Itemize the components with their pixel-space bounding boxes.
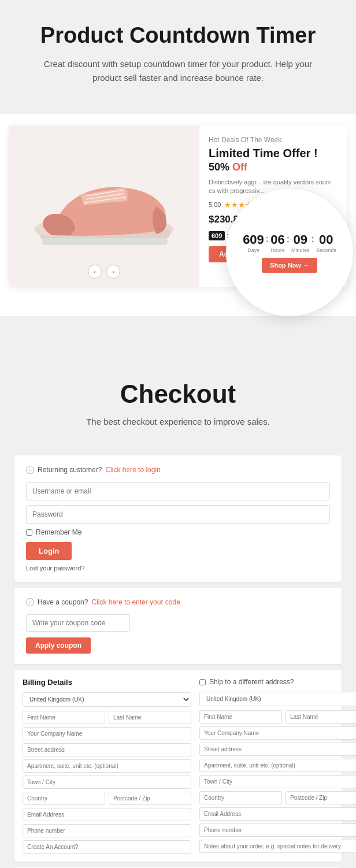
- svg-rect-4: [42, 238, 168, 245]
- apply-coupon-button[interactable]: Apply coupon: [26, 637, 91, 654]
- coupon-info-icon: i: [26, 598, 34, 606]
- info-icon: i: [26, 466, 34, 474]
- login-link[interactable]: Click here to login: [105, 466, 160, 474]
- checkout-description: The best checkout experience to improve …: [35, 417, 321, 426]
- billing-street[interactable]: [23, 743, 191, 756]
- next-arrow[interactable]: ›: [106, 265, 120, 279]
- nav-arrows: ‹ ›: [88, 265, 120, 279]
- remember-label: Remember Me: [36, 528, 81, 536]
- product-card: ‹ › Hot Deals Of The Week Limited Time O…: [9, 125, 347, 287]
- username-input[interactable]: [26, 482, 330, 500]
- billing-phone[interactable]: [23, 824, 191, 837]
- coupon-card: i Have a coupon? Click here to enter you…: [14, 588, 342, 664]
- billing-postcode[interactable]: [109, 792, 191, 805]
- shipping-company[interactable]: [199, 726, 356, 740]
- hero-section: Product Countdown Timer Creat discount w…: [0, 0, 356, 114]
- prev-arrow[interactable]: ‹: [88, 265, 102, 279]
- login-button[interactable]: Login: [26, 542, 72, 560]
- sep2: :: [287, 234, 290, 244]
- login-card: i Returning customer? Click here to logi…: [14, 455, 342, 582]
- billing-notes[interactable]: [23, 840, 191, 854]
- shipping-email[interactable]: [199, 807, 356, 821]
- billing-city[interactable]: [23, 776, 191, 789]
- minutes-number: 09: [291, 232, 310, 247]
- billing-first-name[interactable]: [23, 711, 105, 724]
- product-section: ‹ › Hot Deals Of The Week Limited Time O…: [0, 114, 356, 316]
- ship-to-different: Ship to a different address?: [199, 678, 356, 686]
- shoe-image: [17, 149, 191, 264]
- returning-label: Returning customer?: [38, 466, 102, 474]
- offer-percent: 50% Off: [209, 161, 338, 173]
- checkout-forms-section: i Returning customer? Click here to logi…: [0, 450, 356, 868]
- days-number: 609: [243, 232, 264, 247]
- billing-apt[interactable]: [23, 759, 191, 773]
- shipping-phone[interactable]: [199, 824, 356, 837]
- shipping-last-name[interactable]: [285, 710, 356, 724]
- checkout-title: Checkout: [35, 380, 321, 409]
- hours-label: Hours: [270, 247, 284, 253]
- billing-company[interactable]: [23, 727, 191, 740]
- billing-country-select[interactable]: United Kingdom (UK): [23, 692, 191, 707]
- days-label: Days: [243, 247, 264, 253]
- forgot-password-link[interactable]: Lost your password?: [26, 565, 330, 572]
- seconds-number: 00: [316, 232, 336, 247]
- minutes-unit: 09 Minutes: [291, 232, 310, 253]
- shipping-apt[interactable]: [199, 759, 356, 772]
- login-info-row: i Returning customer? Click here to logi…: [26, 466, 330, 474]
- seconds-label: Seconds: [316, 247, 336, 253]
- hot-deals-label: Hot Deals Of The Week: [209, 136, 338, 144]
- shipping-country-field[interactable]: [199, 791, 282, 804]
- offer-title: Limited Time Offer !: [209, 147, 338, 160]
- coupon-label: Have a coupon?: [38, 598, 88, 606]
- coupon-info-row: i Have a coupon? Click here to enter you…: [26, 598, 330, 606]
- gray-gap-1: [0, 316, 356, 357]
- hours-number: 06: [270, 232, 284, 247]
- product-image-wrap: ‹ ›: [9, 125, 199, 287]
- billing-country-field[interactable]: [23, 792, 105, 805]
- shipping-country-select[interactable]: United Kingdom (UK): [199, 692, 356, 706]
- days-num: 609: [209, 231, 225, 240]
- hours-unit: 06 Hours: [270, 232, 284, 253]
- coupon-input[interactable]: [26, 614, 130, 632]
- days-unit: 609 Days: [243, 232, 264, 253]
- shipping-col: Ship to a different address? United King…: [199, 678, 356, 854]
- sep3: :: [312, 234, 314, 244]
- rating-value: 5.00: [209, 201, 221, 208]
- billing-shipping-grid: Billing Details United Kingdom (UK): [23, 678, 333, 854]
- billing-title: Billing Details: [23, 678, 191, 687]
- remember-checkbox[interactable]: [26, 529, 32, 536]
- minutes-label: Minutes: [291, 247, 310, 253]
- ship-checkbox[interactable]: [199, 679, 206, 685]
- remember-me-row: Remember Me: [26, 528, 330, 536]
- coupon-link[interactable]: Click here to enter your code: [91, 598, 180, 606]
- ship-label: Ship to a different address?: [209, 678, 294, 686]
- shipping-notes[interactable]: [199, 840, 356, 853]
- countdown-circle: 609 Days : 06 Hours : 09 Minutes : 00 Se…: [226, 189, 353, 316]
- billing-email[interactable]: [23, 808, 191, 821]
- checkout-header-section: Checkout The best checkout experience to…: [0, 357, 356, 450]
- seconds-unit: 00 Seconds: [316, 232, 336, 253]
- shipping-postcode[interactable]: [285, 791, 356, 804]
- shipping-street[interactable]: [199, 743, 356, 756]
- countdown-timer-row: 609 Days : 06 Hours : 09 Minutes : 00 Se…: [243, 232, 336, 253]
- hero-title: Product Countdown Timer: [35, 23, 321, 48]
- shipping-first-name[interactable]: [199, 710, 282, 724]
- hero-description: Creat discount with setup countdown time…: [35, 57, 321, 85]
- shop-now-button[interactable]: Shop Now →: [262, 258, 317, 273]
- billing-shipping-card: Billing Details United Kingdom (UK): [14, 670, 342, 862]
- sep1: :: [266, 234, 269, 244]
- billing-col: Billing Details United Kingdom (UK): [23, 678, 191, 854]
- shipping-city[interactable]: [199, 775, 356, 788]
- password-input[interactable]: [26, 505, 330, 524]
- billing-last-name[interactable]: [109, 711, 191, 724]
